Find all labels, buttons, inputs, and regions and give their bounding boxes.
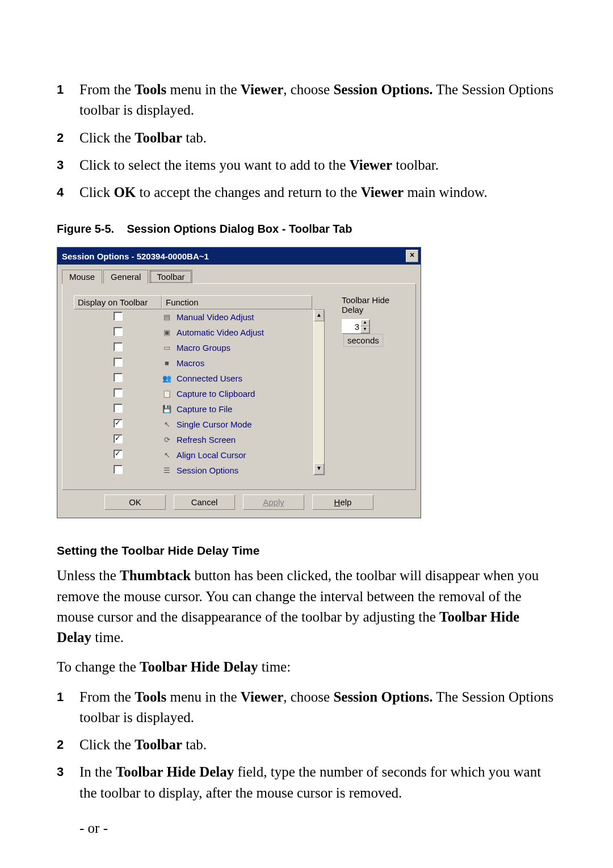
- toolbar-item-row: ■Macros: [74, 355, 312, 371]
- figure-caption: Figure 5-5. Session Options Dialog Box -…: [57, 223, 556, 236]
- display-on-toolbar-checkbox[interactable]: [114, 404, 123, 413]
- col-header-function: Function: [162, 295, 312, 309]
- help-button[interactable]: Help: [312, 494, 373, 510]
- automatic-video-adjust-icon: ▣: [162, 328, 172, 338]
- display-on-toolbar-checkbox[interactable]: [114, 342, 123, 351]
- function-label: Macro Groups: [177, 343, 230, 353]
- col-header-display: Display on Toolbar: [74, 295, 162, 309]
- step-text: Click the Toolbar tab.: [79, 128, 556, 148]
- display-on-toolbar-checkbox[interactable]: [114, 450, 123, 459]
- capture-file-icon: 💾: [162, 404, 172, 414]
- hide-delay-spinner[interactable]: ▲ ▼: [342, 319, 370, 334]
- close-button[interactable]: ×: [406, 250, 418, 262]
- toolbar-item-row: ▤Manual Video Adjust: [74, 309, 312, 325]
- connected-users-icon: 👥: [162, 374, 172, 384]
- function-label: Manual Video Adjust: [177, 312, 254, 322]
- display-on-toolbar-checkbox[interactable]: [114, 419, 123, 428]
- cancel-button[interactable]: Cancel: [174, 494, 235, 510]
- toolbar-item-row: 👥Connected Users: [74, 371, 312, 386]
- toolbar-hide-delay-label: Toolbar Hide Delay: [342, 295, 404, 315]
- scroll-up-icon[interactable]: ▲: [314, 310, 324, 321]
- step-item: 3In the Toolbar Hide Delay field, type t…: [57, 762, 556, 803]
- capture-clipboard-icon: 📋: [162, 389, 172, 399]
- step-text: Click OK to accept the changes and retur…: [79, 182, 556, 203]
- display-on-toolbar-checkbox[interactable]: [114, 373, 123, 382]
- toolbar-item-row: ☰Session Options: [74, 463, 312, 478]
- function-label: Macros: [177, 358, 204, 368]
- step-number: 3: [57, 762, 79, 803]
- step-text: Click the Toolbar tab.: [79, 735, 556, 755]
- display-on-toolbar-checkbox[interactable]: [114, 327, 123, 336]
- apply-button[interactable]: Apply: [243, 494, 304, 510]
- spinner-down-icon[interactable]: ▼: [360, 326, 370, 333]
- step-text: In the Toolbar Hide Delay field, type th…: [79, 762, 556, 803]
- figure-title: Session Options Dialog Box - Toolbar Tab: [127, 223, 352, 235]
- toolbar-item-row: 💾Capture to File: [74, 401, 312, 417]
- display-on-toolbar-checkbox[interactable]: [114, 434, 123, 443]
- step-number: 1: [57, 79, 79, 121]
- step-number: 3: [57, 155, 79, 175]
- toolbar-item-row: ↖Align Local Cursor: [74, 447, 312, 463]
- tab-toolbar[interactable]: Toolbar: [149, 270, 192, 284]
- function-label: Capture to File: [177, 404, 232, 414]
- seconds-label: seconds: [343, 334, 383, 347]
- align-local-cursor-icon: ↖: [162, 450, 172, 460]
- or-separator: - or -: [79, 820, 556, 836]
- toolbar-item-row: ▭Macro Groups: [74, 340, 312, 355]
- toolbar-item-row: ▣Automatic Video Adjust: [74, 325, 312, 340]
- section-heading: Setting the Toolbar Hide Delay Time: [57, 544, 556, 557]
- function-label: Capture to Clipboard: [177, 389, 255, 399]
- display-on-toolbar-checkbox[interactable]: [114, 312, 123, 321]
- step-text: Click to select the items you want to ad…: [79, 155, 556, 175]
- ok-button[interactable]: OK: [104, 494, 166, 510]
- paragraph: Unless the Thumbtack button has been cli…: [57, 565, 556, 648]
- refresh-screen-icon: ⟳: [162, 435, 172, 445]
- function-label: Connected Users: [177, 374, 242, 383]
- session-options-dialog: Session Options - 520394-0000BA~1 × Mous…: [57, 247, 421, 518]
- spinner-up-icon[interactable]: ▲: [360, 320, 370, 326]
- display-on-toolbar-checkbox[interactable]: [114, 358, 123, 367]
- toolbar-item-row: ⟳Refresh Screen: [74, 432, 312, 447]
- figure-label: Figure 5-5.: [57, 223, 114, 235]
- step-text: From the Tools menu in the Viewer, choos…: [79, 79, 556, 121]
- scroll-down-icon[interactable]: ▼: [314, 463, 324, 475]
- display-on-toolbar-checkbox[interactable]: [114, 388, 123, 397]
- macro-groups-icon: ▭: [162, 343, 172, 353]
- step-text: From the Tools menu in the Viewer, choos…: [79, 687, 556, 728]
- step-item: 1From the Tools menu in the Viewer, choo…: [57, 79, 556, 121]
- dialog-title: Session Options - 520394-0000BA~1: [62, 251, 209, 261]
- toolbar-item-row: ↖Single Cursor Mode: [74, 417, 312, 432]
- function-label: Refresh Screen: [177, 435, 236, 445]
- single-cursor-mode-icon: ↖: [162, 420, 172, 430]
- paragraph: To change the Toolbar Hide Delay time:: [57, 657, 556, 677]
- step-item: 2Click the Toolbar tab.: [57, 128, 556, 148]
- step-item: 3Click to select the items you want to a…: [57, 155, 556, 175]
- function-label: Automatic Video Adjust: [177, 328, 264, 337]
- dialog-titlebar: Session Options - 520394-0000BA~1 ×: [57, 248, 421, 265]
- function-label: Session Options: [177, 466, 238, 475]
- step-number: 4: [57, 182, 79, 203]
- session-options-icon: ☰: [162, 466, 172, 476]
- step-item: 4Click OK to accept the changes and retu…: [57, 182, 556, 203]
- function-label: Align Local Cursor: [177, 450, 246, 460]
- step-item: 1From the Tools menu in the Viewer, choo…: [57, 687, 556, 728]
- scrollbar[interactable]: ▲ ▼: [313, 309, 325, 475]
- tab-general[interactable]: General: [103, 270, 148, 284]
- tab-mouse[interactable]: Mouse: [62, 270, 102, 284]
- hide-delay-input[interactable]: [342, 321, 360, 333]
- function-label: Single Cursor Mode: [177, 420, 252, 429]
- step-number: 2: [57, 128, 79, 148]
- manual-video-adjust-icon: ▤: [162, 312, 172, 322]
- toolbar-item-row: 📋Capture to Clipboard: [74, 386, 312, 401]
- step-number: 1: [57, 687, 79, 728]
- step-item: 2Click the Toolbar tab.: [57, 735, 556, 755]
- display-on-toolbar-checkbox[interactable]: [114, 465, 123, 474]
- step-number: 2: [57, 735, 79, 755]
- macros-icon: ■: [162, 358, 172, 368]
